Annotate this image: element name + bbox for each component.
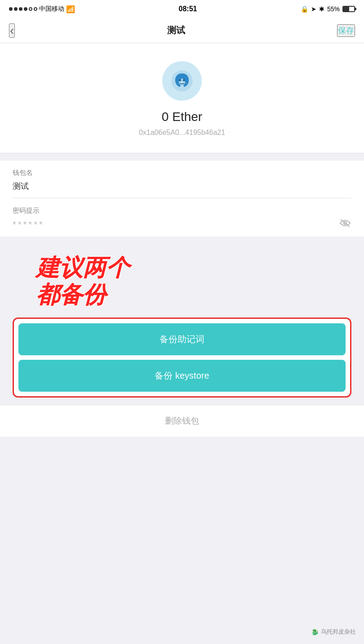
- signal-icon: [9, 7, 37, 11]
- wallet-name-field: 钱包名 测试: [13, 161, 351, 198]
- backup-buttons-container: 备份助记词 备份 keystore: [13, 318, 351, 398]
- status-bar: 中国移动 📶 08:51 🔒 ➤ ✱ 55%: [0, 0, 364, 18]
- annotation-line1: 建议两个: [36, 255, 129, 282]
- time-display: 08:51: [179, 5, 197, 13]
- annotation-line2: 都备份: [36, 282, 106, 309]
- password-value[interactable]: ******: [13, 219, 44, 230]
- page-title: 测试: [167, 24, 185, 36]
- wallet-name-label: 钱包名: [13, 169, 351, 177]
- dot5: [29, 7, 32, 11]
- avatar: [162, 61, 202, 101]
- eye-toggle-icon[interactable]: [339, 219, 351, 230]
- watermark: 🐉 乌托邦皮杂社: [311, 628, 356, 636]
- battery-percent: 55%: [327, 5, 340, 13]
- delete-wallet-button[interactable]: 删除钱包: [0, 415, 364, 427]
- lock-icon: 🔒: [301, 5, 308, 13]
- status-left: 中国移动 📶: [9, 5, 75, 13]
- battery-fill: [343, 7, 349, 11]
- nav-bar: ‹ 测试 保存: [0, 18, 364, 43]
- wallet-header: 0 Ether 0x1a06e5A0...4195b46a21: [0, 43, 364, 153]
- form-section: 钱包名 测试 密码提示 ******: [0, 161, 364, 237]
- backup-mnemonic-button[interactable]: 备份助记词: [18, 323, 346, 355]
- battery-icon: [342, 6, 355, 12]
- save-button[interactable]: 保存: [337, 24, 355, 37]
- backup-keystore-button[interactable]: 备份 keystore: [18, 360, 346, 392]
- password-hint-field: 密码提示 ******: [13, 198, 351, 237]
- watermark-icon: 🐉: [311, 629, 319, 635]
- ether-amount: 0 Ether: [162, 110, 202, 124]
- svg-point-1: [179, 79, 181, 81]
- location-icon: ➤: [311, 5, 316, 13]
- dot6: [34, 7, 37, 11]
- wallet-name-value[interactable]: 测试: [13, 181, 351, 198]
- wallet-avatar-icon: [170, 69, 194, 93]
- watermark-text: 乌托邦皮杂社: [321, 628, 356, 636]
- password-row: ******: [13, 219, 351, 237]
- delete-section: 删除钱包: [0, 405, 364, 437]
- dot4: [24, 7, 27, 11]
- wifi-icon: 📶: [66, 5, 75, 13]
- status-right: 🔒 ➤ ✱ 55%: [301, 5, 355, 13]
- dot2: [14, 7, 18, 11]
- back-button[interactable]: ‹: [9, 23, 15, 38]
- dot3: [19, 7, 22, 11]
- carrier-label: 中国移动: [39, 5, 64, 13]
- wallet-address: 0x1a06e5A0...4195b46a21: [139, 129, 225, 137]
- password-hint-label: 密码提示: [13, 206, 351, 215]
- dot1: [9, 7, 13, 11]
- bluetooth-icon: ✱: [319, 5, 324, 13]
- svg-point-2: [183, 79, 185, 81]
- annotation-section: 建议两个 都备份: [0, 237, 364, 318]
